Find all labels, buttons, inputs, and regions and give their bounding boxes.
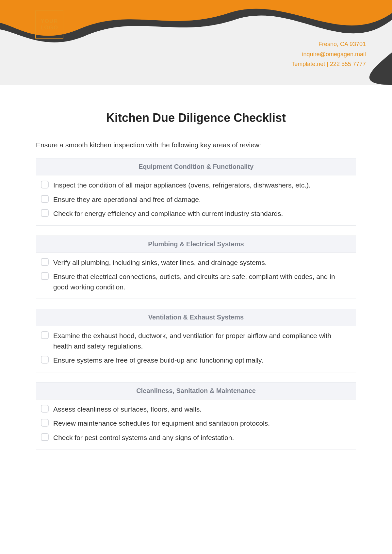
checklist-item-text: Verify all plumbing, including sinks, wa…	[53, 257, 267, 268]
logo-text-line1: YOUR	[41, 18, 58, 24]
checkbox-icon[interactable]	[41, 433, 49, 441]
section-body: Assess cleanliness of surfaces, floors, …	[36, 399, 356, 449]
section-heading: Cleanliness, Sanitation & Maintenance	[36, 383, 356, 399]
content-area: Kitchen Due Diligence Checklist Ensure a…	[0, 85, 392, 472]
logo-placeholder: YOUR LOGO	[35, 10, 63, 39]
checklist-section: Plumbing & Electrical SystemsVerify all …	[36, 236, 356, 299]
checklist-item-text: Assess cleanliness of surfaces, floors, …	[53, 404, 202, 415]
logo-text-line2: LOGO	[41, 24, 58, 31]
contact-block: Fresno, CA 93701 inquire@omegagen.mail T…	[291, 39, 366, 69]
checkbox-icon[interactable]	[41, 331, 49, 339]
list-item: Assess cleanliness of surfaces, floors, …	[41, 402, 351, 416]
header-band: YOUR LOGO Fresno, CA 93701 inquire@omega…	[0, 0, 392, 85]
checklist-section: Ventilation & Exhaust SystemsExamine the…	[36, 309, 356, 372]
list-item: Verify all plumbing, including sinks, wa…	[41, 255, 351, 270]
checkbox-icon[interactable]	[41, 258, 49, 266]
list-item: Check for energy efficiency and complian…	[41, 206, 351, 221]
list-item: Review maintenance schedules for equipme…	[41, 416, 351, 431]
checklist-item-text: Examine the exhaust hood, ductwork, and …	[53, 331, 351, 351]
list-item: Check for pest control systems and any s…	[41, 431, 351, 445]
checklist-item-text: Ensure they are operational and free of …	[53, 194, 201, 205]
checkbox-icon[interactable]	[41, 419, 49, 427]
list-item: Examine the exhaust hood, ductwork, and …	[41, 329, 351, 353]
page-title: Kitchen Due Diligence Checklist	[36, 111, 356, 125]
checklist-item-text: Check for pest control systems and any s…	[53, 432, 234, 443]
section-body: Examine the exhaust hood, ductwork, and …	[36, 326, 356, 372]
list-item: Ensure that electrical connections, outl…	[41, 269, 351, 294]
checkbox-icon[interactable]	[41, 272, 49, 280]
contact-email: inquire@omegagen.mail	[291, 49, 366, 59]
checkbox-icon[interactable]	[41, 181, 49, 188]
section-body: Inspect the condition of all major appli…	[36, 175, 356, 225]
checklist-section: Cleanliness, Sanitation & MaintenanceAss…	[36, 382, 356, 450]
checkbox-icon[interactable]	[41, 195, 49, 203]
checklist-item-text: Inspect the condition of all major appli…	[53, 180, 311, 190]
checklist-item-text: Review maintenance schedules for equipme…	[53, 418, 270, 429]
section-heading: Plumbing & Electrical Systems	[36, 236, 356, 253]
section-body: Verify all plumbing, including sinks, wa…	[36, 253, 356, 299]
section-heading: Ventilation & Exhaust Systems	[36, 309, 356, 326]
list-item: Ensure they are operational and free of …	[41, 192, 351, 207]
checklist-item-text: Check for energy efficiency and complian…	[53, 208, 283, 219]
list-item: Inspect the condition of all major appli…	[41, 178, 351, 192]
contact-address: Fresno, CA 93701	[291, 39, 366, 49]
list-item: Ensure systems are free of grease build-…	[41, 353, 351, 367]
checkbox-icon[interactable]	[41, 209, 49, 217]
checkbox-icon[interactable]	[41, 405, 49, 413]
intro-text: Ensure a smooth kitchen inspection with …	[36, 141, 356, 149]
checkbox-icon[interactable]	[41, 356, 49, 364]
checklist-item-text: Ensure that electrical connections, outl…	[53, 271, 351, 292]
checklist-item-text: Ensure systems are free of grease build-…	[53, 355, 263, 366]
checklist-section: Equipment Condition & FunctionalityInspe…	[36, 158, 356, 226]
contact-site-phone: Template.net | 222 555 7777	[291, 59, 366, 69]
section-heading: Equipment Condition & Functionality	[36, 158, 356, 175]
